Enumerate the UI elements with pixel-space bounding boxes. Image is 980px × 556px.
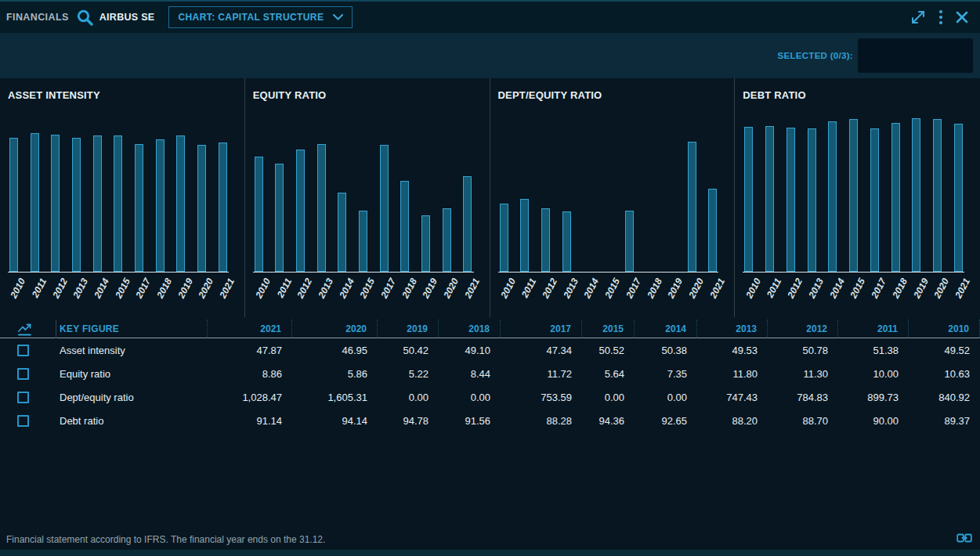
bar-slot-2011 xyxy=(520,110,529,272)
row-checkbox[interactable] xyxy=(17,345,29,356)
bar-slot-2018 xyxy=(891,110,900,272)
bar-2012[interactable] xyxy=(787,128,795,272)
bar-2013[interactable] xyxy=(72,138,81,272)
bar-2010[interactable] xyxy=(255,157,263,272)
bar-2019[interactable] xyxy=(912,118,920,272)
key-figure-label: Asset intensity xyxy=(56,345,208,356)
bar-2013[interactable] xyxy=(317,144,326,272)
bar-2011[interactable] xyxy=(31,133,39,272)
axis-label: 2014 xyxy=(827,276,847,300)
link-icon[interactable] xyxy=(956,533,972,543)
axis-label: 2015 xyxy=(358,276,378,300)
value-cell: 1,605.31 xyxy=(292,392,378,403)
bar-2018[interactable] xyxy=(156,139,165,272)
value-cell: 50.78 xyxy=(768,345,838,356)
bar-slot-2017 xyxy=(380,110,389,272)
bar-2013[interactable] xyxy=(808,128,816,272)
bar-2020[interactable] xyxy=(443,208,451,272)
bar-2011[interactable] xyxy=(275,164,284,272)
value-cell: 10.00 xyxy=(838,368,909,380)
close-icon[interactable] xyxy=(955,10,969,24)
axis-label: 2020 xyxy=(197,276,216,300)
bar-2021[interactable] xyxy=(954,124,963,272)
bar-slot-2017 xyxy=(135,110,143,272)
bar-slot-2021 xyxy=(708,110,717,272)
bar-slot-2014 xyxy=(828,110,837,272)
axis-label-slot: 2015 xyxy=(114,273,122,316)
bar-2011[interactable] xyxy=(765,126,774,272)
bar-2014[interactable] xyxy=(828,121,837,272)
axis-label: 2012 xyxy=(540,276,559,300)
table-row-debt-ratio: Debt ratio91.1494.1494.7891.5688.2894.36… xyxy=(0,409,980,432)
bar-slot-2018 xyxy=(645,110,654,272)
bar-slot-2010 xyxy=(255,110,263,272)
bar-2017[interactable] xyxy=(380,145,389,272)
row-checkbox[interactable] xyxy=(17,392,29,403)
bar-2021[interactable] xyxy=(708,189,717,272)
axis-label-slot: 2012 xyxy=(296,273,305,316)
bar-slot-2020 xyxy=(688,110,696,272)
bar-2018[interactable] xyxy=(891,123,900,272)
value-cell: 50.42 xyxy=(378,345,439,356)
value-cell: 11.72 xyxy=(501,368,582,380)
value-cell: 11.30 xyxy=(768,368,838,380)
bar-2020[interactable] xyxy=(688,142,696,272)
year-column-header: 2013 xyxy=(697,320,768,338)
chart-x-axis-labels: 2010201120122013201420152017201820192020… xyxy=(8,273,229,316)
bar-slot-2020 xyxy=(197,110,206,272)
axis-label: 2012 xyxy=(785,276,805,300)
axis-label-slot: 2014 xyxy=(338,273,346,316)
year-column-header: 2020 xyxy=(292,320,378,338)
bar-2012[interactable] xyxy=(541,208,550,272)
kebab-menu-icon[interactable] xyxy=(938,9,943,26)
bar-2019[interactable] xyxy=(176,135,185,272)
bar-2014[interactable] xyxy=(338,193,346,272)
bar-2015[interactable] xyxy=(359,211,367,272)
axis-label: 2012 xyxy=(50,276,70,300)
bar-2015[interactable] xyxy=(114,135,122,272)
chart-type-dropdown[interactable]: CHART: CAPITAL STRUCTURE xyxy=(168,6,353,28)
axis-label-slot: 2020 xyxy=(933,273,942,316)
footer-note: Financial statement according to IFRS. T… xyxy=(6,534,325,545)
expand-icon[interactable] xyxy=(909,9,927,26)
chart-mode-icon[interactable] xyxy=(0,320,56,338)
bar-2018[interactable] xyxy=(400,181,409,272)
search-icon[interactable] xyxy=(76,9,94,27)
bar-2020[interactable] xyxy=(933,119,942,272)
bar-2017[interactable] xyxy=(135,144,143,272)
bar-2019[interactable] xyxy=(421,215,430,272)
axis-label-slot: 2014 xyxy=(583,273,591,316)
bar-slot-2015 xyxy=(114,110,122,272)
chart-plot xyxy=(253,110,474,273)
key-figure-label: Dept/equity ratio xyxy=(56,392,208,403)
bar-2014[interactable] xyxy=(93,135,102,272)
axis-label-slot: 2010 xyxy=(744,273,753,316)
bar-2012[interactable] xyxy=(296,150,305,272)
bar-2010[interactable] xyxy=(744,127,753,272)
bar-2013[interactable] xyxy=(562,211,571,272)
row-checkbox[interactable] xyxy=(17,415,29,427)
axis-label-slot: 2017 xyxy=(870,273,879,316)
value-cell: 5.64 xyxy=(582,368,635,380)
key-figure-label: Debt ratio xyxy=(56,415,208,427)
row-checkbox[interactable] xyxy=(17,368,29,380)
bar-2012[interactable] xyxy=(51,135,60,272)
year-column-header: 2012 xyxy=(768,320,838,338)
bar-2010[interactable] xyxy=(500,204,508,272)
bar-2017[interactable] xyxy=(870,128,879,272)
bar-2017[interactable] xyxy=(625,211,634,272)
selected-items-box[interactable] xyxy=(858,38,973,73)
bar-2021[interactable] xyxy=(219,143,227,272)
bar-2021[interactable] xyxy=(463,176,472,272)
bar-2020[interactable] xyxy=(197,145,206,272)
table-row-asset-intensity: Asset intensity47.8746.9550.4249.1047.34… xyxy=(0,338,980,362)
bar-2010[interactable] xyxy=(9,138,18,272)
chart-title: DEPT/EQUITY RATIO xyxy=(498,89,719,102)
bar-slot-2013 xyxy=(317,110,326,272)
value-cell: 0.00 xyxy=(378,392,439,403)
value-cell: 0.00 xyxy=(439,392,501,403)
axis-label-slot: 2010 xyxy=(255,273,263,316)
bar-2015[interactable] xyxy=(849,119,858,272)
bar-2011[interactable] xyxy=(520,199,529,272)
bar-slot-2014 xyxy=(583,110,591,272)
